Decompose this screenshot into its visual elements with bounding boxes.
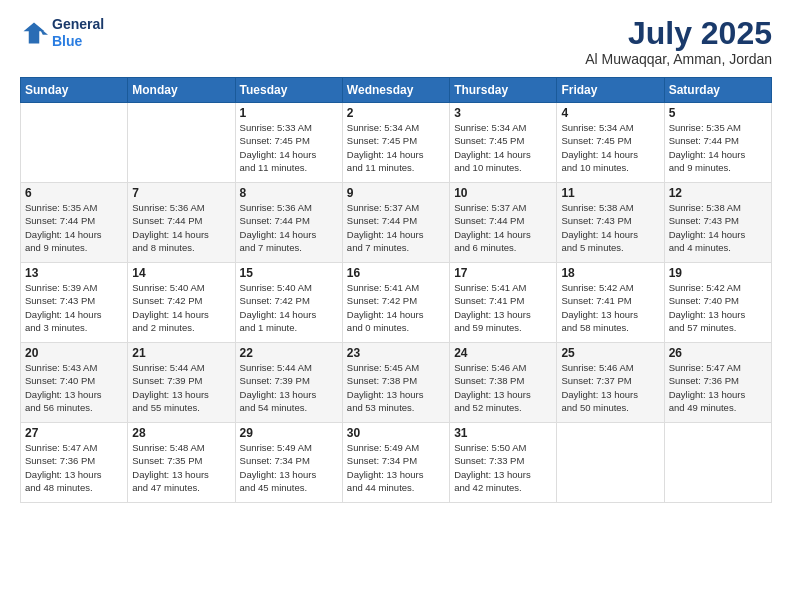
day-info: Sunrise: 5:42 AM Sunset: 7:40 PM Dayligh… [669, 281, 767, 334]
day-info: Sunrise: 5:38 AM Sunset: 7:43 PM Dayligh… [561, 201, 659, 254]
day-number: 2 [347, 106, 445, 120]
day-header-friday: Friday [557, 78, 664, 103]
calendar-cell: 18Sunrise: 5:42 AM Sunset: 7:41 PM Dayli… [557, 263, 664, 343]
day-info: Sunrise: 5:48 AM Sunset: 7:35 PM Dayligh… [132, 441, 230, 494]
day-info: Sunrise: 5:39 AM Sunset: 7:43 PM Dayligh… [25, 281, 123, 334]
calendar-cell: 31Sunrise: 5:50 AM Sunset: 7:33 PM Dayli… [450, 423, 557, 503]
day-info: Sunrise: 5:40 AM Sunset: 7:42 PM Dayligh… [132, 281, 230, 334]
calendar-cell: 13Sunrise: 5:39 AM Sunset: 7:43 PM Dayli… [21, 263, 128, 343]
calendar-cell: 28Sunrise: 5:48 AM Sunset: 7:35 PM Dayli… [128, 423, 235, 503]
day-number: 25 [561, 346, 659, 360]
logo-icon [20, 19, 48, 47]
title-block: July 2025 Al Muwaqqar, Amman, Jordan [585, 16, 772, 67]
day-info: Sunrise: 5:37 AM Sunset: 7:44 PM Dayligh… [347, 201, 445, 254]
calendar-cell: 21Sunrise: 5:44 AM Sunset: 7:39 PM Dayli… [128, 343, 235, 423]
day-number: 13 [25, 266, 123, 280]
day-number: 14 [132, 266, 230, 280]
calendar-header-row: SundayMondayTuesdayWednesdayThursdayFrid… [21, 78, 772, 103]
calendar-cell: 1Sunrise: 5:33 AM Sunset: 7:45 PM Daylig… [235, 103, 342, 183]
day-info: Sunrise: 5:41 AM Sunset: 7:41 PM Dayligh… [454, 281, 552, 334]
day-number: 31 [454, 426, 552, 440]
day-info: Sunrise: 5:47 AM Sunset: 7:36 PM Dayligh… [669, 361, 767, 414]
day-info: Sunrise: 5:46 AM Sunset: 7:38 PM Dayligh… [454, 361, 552, 414]
calendar-cell: 14Sunrise: 5:40 AM Sunset: 7:42 PM Dayli… [128, 263, 235, 343]
calendar-cell: 3Sunrise: 5:34 AM Sunset: 7:45 PM Daylig… [450, 103, 557, 183]
day-number: 7 [132, 186, 230, 200]
calendar-cell: 17Sunrise: 5:41 AM Sunset: 7:41 PM Dayli… [450, 263, 557, 343]
day-info: Sunrise: 5:50 AM Sunset: 7:33 PM Dayligh… [454, 441, 552, 494]
calendar-cell: 12Sunrise: 5:38 AM Sunset: 7:43 PM Dayli… [664, 183, 771, 263]
calendar-cell: 6Sunrise: 5:35 AM Sunset: 7:44 PM Daylig… [21, 183, 128, 263]
calendar-cell: 22Sunrise: 5:44 AM Sunset: 7:39 PM Dayli… [235, 343, 342, 423]
calendar-cell [664, 423, 771, 503]
day-header-sunday: Sunday [21, 78, 128, 103]
calendar-cell: 26Sunrise: 5:47 AM Sunset: 7:36 PM Dayli… [664, 343, 771, 423]
calendar-cell: 7Sunrise: 5:36 AM Sunset: 7:44 PM Daylig… [128, 183, 235, 263]
calendar-cell [21, 103, 128, 183]
day-info: Sunrise: 5:41 AM Sunset: 7:42 PM Dayligh… [347, 281, 445, 334]
calendar-cell [128, 103, 235, 183]
day-number: 8 [240, 186, 338, 200]
day-number: 22 [240, 346, 338, 360]
day-info: Sunrise: 5:34 AM Sunset: 7:45 PM Dayligh… [454, 121, 552, 174]
calendar-cell: 20Sunrise: 5:43 AM Sunset: 7:40 PM Dayli… [21, 343, 128, 423]
day-number: 5 [669, 106, 767, 120]
day-number: 12 [669, 186, 767, 200]
calendar-week-1: 1Sunrise: 5:33 AM Sunset: 7:45 PM Daylig… [21, 103, 772, 183]
day-number: 21 [132, 346, 230, 360]
calendar-cell: 29Sunrise: 5:49 AM Sunset: 7:34 PM Dayli… [235, 423, 342, 503]
day-info: Sunrise: 5:44 AM Sunset: 7:39 PM Dayligh… [132, 361, 230, 414]
day-number: 26 [669, 346, 767, 360]
calendar-table: SundayMondayTuesdayWednesdayThursdayFrid… [20, 77, 772, 503]
day-info: Sunrise: 5:49 AM Sunset: 7:34 PM Dayligh… [240, 441, 338, 494]
day-number: 29 [240, 426, 338, 440]
calendar-cell: 15Sunrise: 5:40 AM Sunset: 7:42 PM Dayli… [235, 263, 342, 343]
day-info: Sunrise: 5:49 AM Sunset: 7:34 PM Dayligh… [347, 441, 445, 494]
day-number: 1 [240, 106, 338, 120]
day-header-wednesday: Wednesday [342, 78, 449, 103]
calendar-cell: 11Sunrise: 5:38 AM Sunset: 7:43 PM Dayli… [557, 183, 664, 263]
day-header-monday: Monday [128, 78, 235, 103]
day-info: Sunrise: 5:45 AM Sunset: 7:38 PM Dayligh… [347, 361, 445, 414]
day-info: Sunrise: 5:34 AM Sunset: 7:45 PM Dayligh… [347, 121, 445, 174]
day-number: 15 [240, 266, 338, 280]
calendar-cell: 2Sunrise: 5:34 AM Sunset: 7:45 PM Daylig… [342, 103, 449, 183]
logo: General Blue [20, 16, 104, 50]
day-number: 6 [25, 186, 123, 200]
calendar-cell: 24Sunrise: 5:46 AM Sunset: 7:38 PM Dayli… [450, 343, 557, 423]
day-info: Sunrise: 5:33 AM Sunset: 7:45 PM Dayligh… [240, 121, 338, 174]
day-number: 3 [454, 106, 552, 120]
calendar-week-3: 13Sunrise: 5:39 AM Sunset: 7:43 PM Dayli… [21, 263, 772, 343]
month-title: July 2025 [585, 16, 772, 51]
day-number: 9 [347, 186, 445, 200]
day-info: Sunrise: 5:38 AM Sunset: 7:43 PM Dayligh… [669, 201, 767, 254]
day-info: Sunrise: 5:40 AM Sunset: 7:42 PM Dayligh… [240, 281, 338, 334]
calendar-cell: 27Sunrise: 5:47 AM Sunset: 7:36 PM Dayli… [21, 423, 128, 503]
calendar-week-4: 20Sunrise: 5:43 AM Sunset: 7:40 PM Dayli… [21, 343, 772, 423]
day-info: Sunrise: 5:44 AM Sunset: 7:39 PM Dayligh… [240, 361, 338, 414]
day-info: Sunrise: 5:35 AM Sunset: 7:44 PM Dayligh… [669, 121, 767, 174]
calendar-cell: 25Sunrise: 5:46 AM Sunset: 7:37 PM Dayli… [557, 343, 664, 423]
day-info: Sunrise: 5:36 AM Sunset: 7:44 PM Dayligh… [132, 201, 230, 254]
day-number: 28 [132, 426, 230, 440]
day-info: Sunrise: 5:36 AM Sunset: 7:44 PM Dayligh… [240, 201, 338, 254]
calendar-cell: 30Sunrise: 5:49 AM Sunset: 7:34 PM Dayli… [342, 423, 449, 503]
day-info: Sunrise: 5:34 AM Sunset: 7:45 PM Dayligh… [561, 121, 659, 174]
calendar-cell [557, 423, 664, 503]
calendar-cell: 8Sunrise: 5:36 AM Sunset: 7:44 PM Daylig… [235, 183, 342, 263]
calendar-cell: 5Sunrise: 5:35 AM Sunset: 7:44 PM Daylig… [664, 103, 771, 183]
calendar-week-5: 27Sunrise: 5:47 AM Sunset: 7:36 PM Dayli… [21, 423, 772, 503]
day-number: 4 [561, 106, 659, 120]
day-number: 10 [454, 186, 552, 200]
day-number: 16 [347, 266, 445, 280]
day-number: 20 [25, 346, 123, 360]
day-header-thursday: Thursday [450, 78, 557, 103]
day-info: Sunrise: 5:46 AM Sunset: 7:37 PM Dayligh… [561, 361, 659, 414]
calendar-cell: 16Sunrise: 5:41 AM Sunset: 7:42 PM Dayli… [342, 263, 449, 343]
day-info: Sunrise: 5:42 AM Sunset: 7:41 PM Dayligh… [561, 281, 659, 334]
calendar-cell: 4Sunrise: 5:34 AM Sunset: 7:45 PM Daylig… [557, 103, 664, 183]
day-number: 24 [454, 346, 552, 360]
day-number: 11 [561, 186, 659, 200]
day-info: Sunrise: 5:37 AM Sunset: 7:44 PM Dayligh… [454, 201, 552, 254]
page-header: General Blue July 2025 Al Muwaqqar, Amma… [20, 16, 772, 67]
